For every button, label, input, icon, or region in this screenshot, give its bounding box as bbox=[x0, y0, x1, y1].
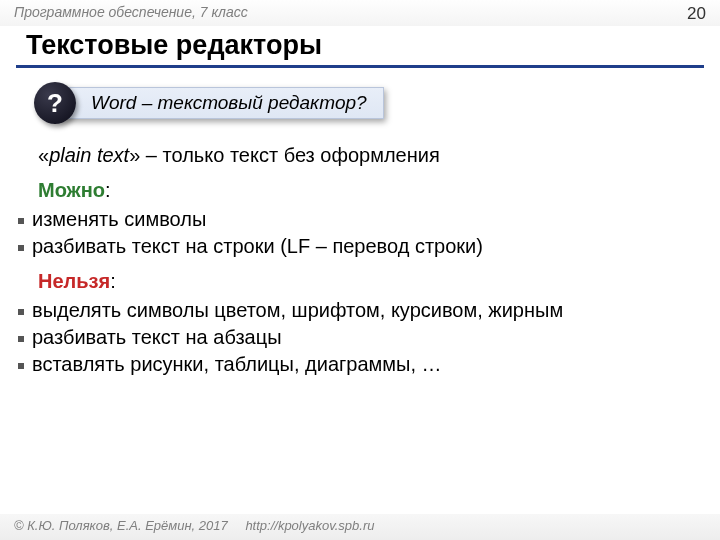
quote-open: « bbox=[38, 144, 49, 166]
list-item: вставлять рисунки, таблицы, диаграммы, … bbox=[18, 351, 704, 378]
can-list: изменять символы разбивать текст на стро… bbox=[16, 206, 704, 260]
course-label: Программное обеспечение, 7 класс bbox=[14, 4, 248, 26]
can-label: Можно: bbox=[38, 177, 704, 204]
colon: : bbox=[105, 179, 111, 201]
list-item: выделять символы цветом, шрифтом, курсив… bbox=[18, 297, 704, 324]
copyright: © К.Ю. Поляков, Е.А. Ерёмин, 2017 bbox=[14, 518, 228, 533]
list-item: изменять символы bbox=[18, 206, 704, 233]
can-label-text: Можно bbox=[38, 179, 105, 201]
title-underline bbox=[16, 65, 704, 68]
footer-link[interactable]: http://kpolyakov.spb.ru bbox=[245, 518, 374, 533]
cant-label: Нельзя: bbox=[38, 268, 704, 295]
plain-text-definition: «plain text» – только текст без оформлен… bbox=[38, 142, 704, 169]
question-callout: Word – текстовый редактор? ? bbox=[34, 82, 720, 124]
plain-rest: » – только текст без оформления bbox=[129, 144, 440, 166]
slide-header: Программное обеспечение, 7 класс 20 bbox=[0, 0, 720, 26]
page-number: 20 bbox=[687, 4, 706, 26]
slide-footer: © К.Ю. Поляков, Е.А. Ерёмин, 2017 http:/… bbox=[0, 514, 720, 540]
slide-body: «plain text» – только текст без оформлен… bbox=[16, 142, 704, 378]
colon: : bbox=[110, 270, 116, 292]
cant-list: выделять символы цветом, шрифтом, курсив… bbox=[16, 297, 704, 378]
callout-text: Word – текстовый редактор? bbox=[56, 87, 384, 119]
list-item: разбивать текст на строки (LF – перевод … bbox=[18, 233, 704, 260]
question-mark-icon: ? bbox=[34, 82, 76, 124]
cant-label-text: Нельзя bbox=[38, 270, 110, 292]
list-item: разбивать текст на абзацы bbox=[18, 324, 704, 351]
plain-term: plain text bbox=[49, 144, 129, 166]
page-title: Текстовые редакторы bbox=[26, 30, 720, 61]
